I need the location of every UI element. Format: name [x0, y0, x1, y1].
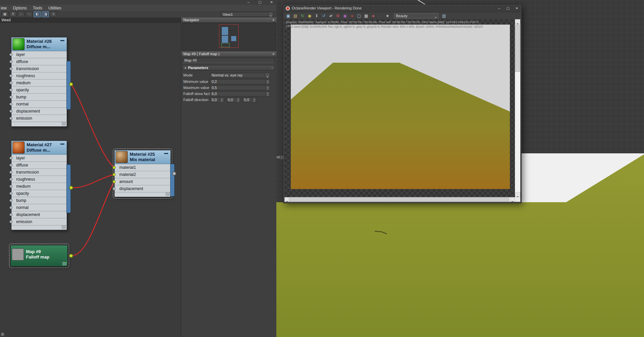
input-socket[interactable] [113, 187, 116, 190]
minimize-icon[interactable]: – [498, 6, 500, 10]
spinner-icon[interactable] [252, 98, 256, 102]
input-socket[interactable] [9, 206, 12, 209]
close-icon[interactable]: ✕ [270, 0, 273, 4]
slot-medium[interactable]: medium [11, 80, 67, 87]
stop-render-icon[interactable]: ● [349, 13, 355, 19]
display-settings-icon[interactable]: ▢ [356, 13, 362, 19]
slot-layer[interactable]: layer [11, 155, 67, 162]
slot-bump[interactable]: bump [11, 94, 67, 101]
input-socket[interactable] [9, 82, 12, 85]
node-header[interactable]: Map #9 Falloff map [11, 245, 67, 264]
print-icon[interactable]: ▦ [363, 13, 369, 19]
octane-render-window[interactable]: OctaneRender Viewport - Rendering Done –… [283, 5, 521, 203]
grid-snap-icon[interactable]: ▦ [1, 11, 8, 17]
vertical-scrollbar[interactable] [515, 19, 520, 197]
slot-opacity[interactable]: opacity [11, 87, 67, 94]
octane-titlebar[interactable]: OctaneRender Viewport - Rendering Done –… [284, 5, 521, 12]
render-pass-dropdown[interactable]: Beauty [394, 13, 438, 19]
menu-view[interactable]: iew [1, 6, 7, 10]
node-material-27[interactable]: Material #27 Diffuse m... layer diffuse … [11, 141, 67, 230]
slot-emission[interactable]: emission [11, 218, 67, 225]
resize-grip[interactable] [62, 262, 67, 266]
falloff-direction-z-input[interactable]: 0,0 [242, 97, 256, 102]
slot-transmission[interactable]: transmission [11, 65, 67, 72]
input-socket[interactable] [9, 192, 12, 195]
mode-dropdown[interactable]: Normal vs. eye ray [210, 73, 270, 78]
menu-utilities[interactable]: Utilities [48, 6, 61, 10]
octane-render-image[interactable] [291, 25, 510, 189]
input-socket[interactable] [113, 180, 116, 183]
output-socket[interactable] [172, 172, 176, 176]
collapse-icon[interactable] [164, 153, 168, 154]
node-header[interactable]: Material #25 Mix material [115, 150, 171, 164]
material-preview-sphere[interactable] [12, 142, 25, 154]
view-dropdown[interactable]: View1 [221, 12, 273, 17]
autofocus-icon[interactable]: af [328, 13, 334, 19]
slot-normal[interactable]: normal [11, 204, 67, 211]
slot-transmission[interactable]: transmission [11, 169, 67, 176]
minimum-value-input[interactable]: 0,2 [210, 79, 270, 84]
collapse-icon[interactable] [60, 40, 64, 41]
input-socket[interactable] [9, 117, 12, 120]
output-socket[interactable] [69, 82, 73, 86]
slot-emission[interactable]: emission [11, 115, 67, 122]
select-nodes-icon[interactable]: ∴ [18, 11, 25, 17]
navigator-minimap[interactable] [182, 23, 276, 51]
pan-tool-icon[interactable]: ◊ [50, 11, 57, 17]
close-icon[interactable]: ✕ [272, 18, 275, 23]
output-bar[interactable] [170, 164, 175, 196]
spinner-icon[interactable] [266, 92, 270, 96]
background-image-icon[interactable]: ▧ [441, 13, 447, 19]
slot-displacement[interactable]: displacement [11, 211, 67, 218]
input-socket[interactable] [9, 171, 12, 174]
output-socket[interactable] [69, 254, 73, 258]
spinner-icon[interactable] [266, 86, 270, 90]
view-tab[interactable]: View1 [0, 18, 182, 23]
resize-grip[interactable] [165, 192, 170, 196]
map-name-input[interactable]: Map #9 [183, 58, 275, 63]
layout-children-icon[interactable]: ◨ [42, 11, 49, 17]
save-image-icon[interactable]: ▤ [293, 13, 298, 19]
input-socket[interactable] [9, 185, 12, 188]
input-socket[interactable] [9, 110, 12, 113]
chevron-down-icon[interactable] [265, 73, 270, 78]
chevron-down-icon[interactable] [433, 13, 438, 18]
menu-options[interactable]: Options [13, 6, 27, 10]
maximize-icon[interactable]: ▢ [258, 0, 261, 4]
spinner-icon[interactable] [220, 98, 224, 102]
falloff-skew-input[interactable]: 6,0 [210, 91, 270, 96]
pause-render-icon[interactable]: ‖ [314, 13, 319, 19]
node-header[interactable]: Material #27 Diffuse m... [11, 141, 67, 155]
input-socket[interactable] [113, 166, 116, 169]
slot-diffuse[interactable]: diffuse [11, 162, 67, 169]
parameters-rollout[interactable]: ▼Parameters [182, 65, 275, 70]
node-header[interactable]: Material #26 Diffuse m... [11, 37, 67, 51]
map-preview[interactable] [12, 248, 24, 261]
restart-render-icon[interactable]: ↻ [300, 13, 305, 19]
preferences-icon[interactable]: ∗ [385, 13, 390, 19]
slot-bump[interactable]: bump [11, 197, 67, 204]
input-socket[interactable] [9, 89, 12, 92]
collapse-icon[interactable] [60, 144, 64, 145]
scroll-left-icon[interactable] [284, 197, 289, 202]
slot-medium[interactable]: medium [11, 183, 67, 190]
slot-opacity[interactable]: opacity [11, 190, 67, 197]
slot-displacement[interactable]: displacement [11, 108, 67, 115]
input-socket[interactable] [9, 164, 12, 167]
export-image-icon[interactable]: ▣ [285, 13, 291, 19]
octane-render-area[interactable] [284, 19, 515, 197]
input-socket[interactable] [9, 103, 12, 106]
input-socket[interactable] [9, 199, 12, 202]
input-socket[interactable] [9, 178, 12, 181]
menu-tools[interactable]: Tools [33, 6, 42, 10]
scroll-right-icon[interactable] [510, 197, 515, 202]
minimize-icon[interactable]: – [248, 0, 250, 4]
slot-material2[interactable]: material2 [115, 171, 171, 178]
output-socket[interactable] [69, 186, 73, 190]
resize-grip[interactable] [62, 122, 66, 126]
zero-button[interactable]: 0 [9, 11, 17, 17]
map-panel-header[interactable]: Map #9 ( Falloff map ) ✕ [181, 52, 277, 57]
input-socket[interactable] [9, 67, 12, 70]
slot-diffuse[interactable]: diffuse [11, 58, 67, 65]
input-socket[interactable] [9, 60, 12, 63]
